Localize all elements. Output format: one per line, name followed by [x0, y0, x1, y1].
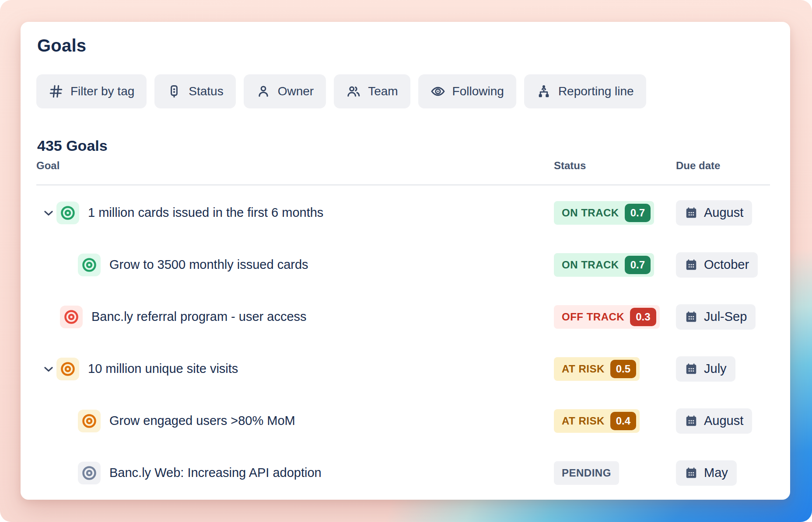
- hash-icon: [49, 84, 63, 99]
- due-cell: October: [676, 252, 770, 278]
- due-date-label: Jul-Sep: [704, 310, 747, 324]
- status-cell: PENDING: [554, 461, 676, 485]
- due-date-chip[interactable]: October: [676, 252, 758, 278]
- column-header-goal: Goal: [36, 160, 554, 172]
- filter-label: Following: [452, 84, 504, 98]
- table-row[interactable]: Grow engaged users >80% MoM AT RISK 0.4 …: [36, 395, 770, 447]
- goal-target-icon: [56, 202, 79, 224]
- goal-title[interactable]: 10 million unique site visits: [88, 362, 238, 376]
- calendar-icon: [685, 206, 698, 219]
- goal-cell: 10 million unique site visits: [36, 358, 554, 380]
- due-cell: August: [676, 200, 770, 226]
- status-badge[interactable]: AT RISK 0.4: [554, 409, 640, 433]
- table-row[interactable]: 1 million cards issued in the first 6 mo…: [36, 187, 770, 239]
- status-label: ON TRACK: [562, 207, 619, 219]
- status-badge[interactable]: PENDING: [554, 461, 619, 485]
- goal-cell: 1 million cards issued in the first 6 mo…: [36, 202, 554, 224]
- goal-cell: Grow engaged users >80% MoM: [36, 410, 554, 432]
- goal-title[interactable]: Grow to 3500 monthly issued cards: [109, 258, 308, 272]
- status-label: OFF TRACK: [562, 311, 624, 323]
- calendar-icon: [685, 258, 698, 271]
- chevron-down-icon[interactable]: [42, 206, 55, 219]
- goal-title[interactable]: Grow engaged users >80% MoM: [109, 414, 295, 428]
- goal-target-icon: [78, 462, 101, 484]
- due-date-label: August: [704, 414, 743, 428]
- status-icon: [167, 84, 182, 99]
- filter-by-tag-button[interactable]: Filter by tag: [36, 74, 147, 108]
- due-cell: August: [676, 408, 770, 434]
- status-score: 0.4: [610, 412, 636, 430]
- status-score: 0.5: [610, 360, 636, 378]
- status-badge[interactable]: ON TRACK 0.7: [554, 201, 654, 225]
- goal-target-icon: [78, 254, 101, 276]
- status-cell: OFF TRACK 0.3: [554, 305, 676, 329]
- status-score: 0.7: [625, 204, 651, 222]
- goal-cell: Banc.ly Web: Increasing API adoption: [36, 462, 554, 484]
- page-background: Goals Filter by tag Status Owner Team Fo…: [0, 0, 812, 522]
- filter-label: Team: [368, 84, 398, 98]
- eye-icon: [430, 84, 445, 99]
- filter-label: Filter by tag: [70, 84, 134, 98]
- status-label: PENDING: [562, 467, 611, 479]
- due-date-label: July: [704, 362, 727, 376]
- status-score: 0.3: [630, 308, 656, 326]
- org-chart-icon: [536, 84, 551, 99]
- filter-label: Owner: [278, 84, 314, 98]
- goal-target-icon: [56, 358, 79, 380]
- status-cell: AT RISK 0.4: [554, 409, 676, 433]
- reporting-line-filter-button[interactable]: Reporting line: [524, 74, 646, 108]
- people-icon: [346, 84, 361, 99]
- goal-cell: Banc.ly referral program - user access: [36, 306, 554, 328]
- person-icon: [256, 84, 271, 99]
- due-date-chip[interactable]: August: [676, 408, 752, 434]
- column-header-status: Status: [554, 160, 676, 172]
- table-row[interactable]: Banc.ly Web: Increasing API adoption PEN…: [36, 447, 770, 499]
- following-filter-button[interactable]: Following: [418, 74, 516, 108]
- goal-target-icon: [60, 306, 83, 328]
- goal-title[interactable]: Banc.ly Web: Increasing API adoption: [109, 466, 322, 480]
- due-cell: July: [676, 356, 770, 382]
- page-title: Goals: [37, 36, 86, 56]
- team-filter-button[interactable]: Team: [334, 74, 410, 108]
- due-cell: Jul-Sep: [676, 304, 770, 330]
- status-filter-button[interactable]: Status: [154, 74, 235, 108]
- status-score: 0.7: [625, 256, 651, 274]
- status-cell: ON TRACK 0.7: [554, 201, 676, 225]
- table-header: Goal Status Due date: [36, 160, 770, 185]
- goal-title[interactable]: Banc.ly referral program - user access: [91, 310, 307, 324]
- filter-label: Status: [189, 84, 223, 98]
- status-label: ON TRACK: [562, 259, 619, 271]
- status-badge[interactable]: OFF TRACK 0.3: [554, 305, 660, 329]
- table-row[interactable]: Grow to 3500 monthly issued cards ON TRA…: [36, 239, 770, 291]
- owner-filter-button[interactable]: Owner: [244, 74, 326, 108]
- due-date-label: May: [704, 466, 728, 480]
- status-label: AT RISK: [562, 415, 605, 427]
- column-header-due: Due date: [676, 160, 770, 172]
- status-cell: ON TRACK 0.7: [554, 253, 676, 277]
- status-cell: AT RISK 0.5: [554, 357, 676, 381]
- filter-bar: Filter by tag Status Owner Team Followin…: [36, 74, 646, 108]
- due-date-chip[interactable]: Jul-Sep: [676, 304, 756, 330]
- chevron-down-icon[interactable]: [42, 362, 55, 376]
- goal-cell: Grow to 3500 monthly issued cards: [36, 254, 554, 276]
- status-badge[interactable]: ON TRACK 0.7: [554, 253, 654, 277]
- filter-label: Reporting line: [558, 84, 634, 98]
- goals-table: 1 million cards issued in the first 6 mo…: [36, 187, 770, 499]
- goal-target-icon: [78, 410, 101, 432]
- due-date-chip[interactable]: May: [676, 460, 737, 486]
- table-row[interactable]: 10 million unique site visits AT RISK 0.…: [36, 343, 770, 395]
- goals-count: 435 Goals: [37, 137, 108, 154]
- due-date-chip[interactable]: August: [676, 200, 752, 226]
- due-date-chip[interactable]: July: [676, 356, 735, 382]
- due-date-label: October: [704, 258, 749, 272]
- calendar-icon: [685, 414, 698, 428]
- due-cell: May: [676, 460, 770, 486]
- status-badge[interactable]: AT RISK 0.5: [554, 357, 640, 381]
- goal-title[interactable]: 1 million cards issued in the first 6 mo…: [88, 205, 323, 220]
- due-date-label: August: [704, 205, 743, 220]
- calendar-icon: [685, 362, 698, 376]
- table-row[interactable]: Banc.ly referral program - user access O…: [36, 291, 770, 343]
- calendar-icon: [685, 466, 698, 480]
- calendar-icon: [685, 310, 698, 324]
- goals-panel: Goals Filter by tag Status Owner Team Fo…: [21, 22, 790, 500]
